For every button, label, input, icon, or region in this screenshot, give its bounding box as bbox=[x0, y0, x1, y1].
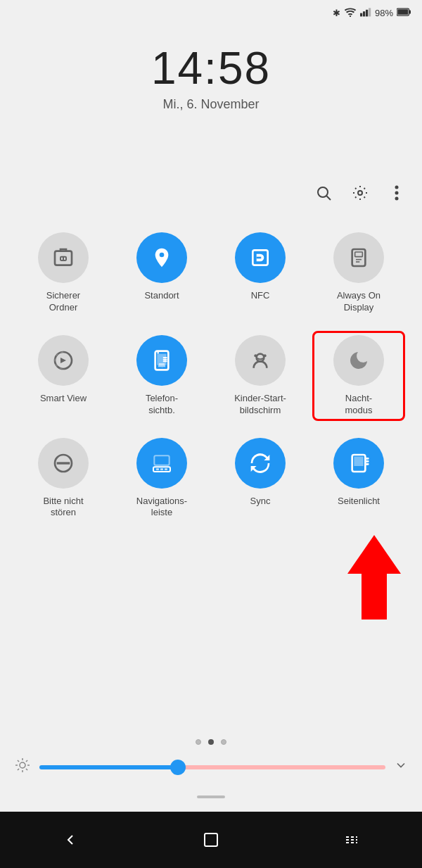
svg-point-17 bbox=[160, 253, 165, 258]
chevron-down-icon[interactable] bbox=[394, 758, 408, 776]
page-dot-2[interactable] bbox=[208, 739, 214, 745]
seitenlicht-icon bbox=[333, 438, 384, 489]
qs-item-smart-view[interactable]: Smart View bbox=[21, 335, 106, 417]
svg-point-29 bbox=[264, 354, 267, 357]
svg-rect-6 bbox=[409, 10, 411, 13]
navigationsleiste-icon bbox=[136, 438, 187, 489]
page-dot-3[interactable] bbox=[221, 739, 226, 745]
nacht-modus-label: Nacht-modus bbox=[345, 393, 372, 417]
time-date-area: 14:58 Mi., 6. November bbox=[0, 42, 422, 112]
svg-rect-7 bbox=[397, 9, 408, 15]
svg-rect-38 bbox=[354, 456, 363, 465]
brightness-icon bbox=[14, 757, 31, 777]
svg-point-8 bbox=[318, 187, 328, 197]
qs-row-2: Smart View Telefon-sichtb. Kinder-Start-… bbox=[14, 335, 408, 417]
standort-label: Standort bbox=[144, 290, 179, 302]
svg-rect-4 bbox=[369, 8, 371, 16]
svg-point-11 bbox=[395, 186, 399, 189]
qs-item-seitenlicht[interactable]: Seitenlicht bbox=[316, 438, 401, 520]
svg-point-10 bbox=[358, 191, 362, 195]
always-on-display-label: Always OnDisplay bbox=[337, 290, 381, 314]
svg-line-45 bbox=[26, 769, 27, 770]
svg-point-39 bbox=[20, 762, 25, 768]
qs-item-kinder-startbildschirm[interactable]: Kinder-Start-bildschirm bbox=[218, 335, 302, 417]
telefon-sichtb-label: Telefon-sichtb. bbox=[146, 393, 178, 417]
wifi-icon bbox=[344, 7, 357, 19]
back-button[interactable] bbox=[53, 822, 88, 857]
svg-rect-48 bbox=[205, 834, 217, 846]
qs-item-sync[interactable]: Sync bbox=[218, 438, 302, 520]
brightness-area bbox=[14, 757, 408, 777]
smart-view-icon bbox=[38, 335, 89, 386]
bluetooth-icon: ✱ bbox=[333, 8, 340, 18]
svg-point-13 bbox=[395, 197, 399, 201]
qs-row-3: Bitte nichtstören Navigations-leiste Syn… bbox=[14, 438, 408, 520]
settings-icon[interactable] bbox=[349, 182, 371, 204]
sync-label: Sync bbox=[250, 496, 271, 508]
nav-bar bbox=[0, 812, 422, 868]
status-bar: ✱ 98% bbox=[0, 0, 422, 25]
svg-line-47 bbox=[18, 769, 19, 770]
svg-point-0 bbox=[350, 15, 351, 16]
kinder-startbildschirm-icon bbox=[235, 335, 286, 386]
kinder-startbildschirm-label: Kinder-Start-bildschirm bbox=[234, 393, 286, 417]
date-display: Mi., 6. November bbox=[0, 97, 422, 112]
more-icon[interactable] bbox=[385, 182, 408, 204]
svg-line-44 bbox=[18, 760, 19, 762]
svg-point-12 bbox=[395, 191, 399, 195]
home-button[interactable] bbox=[193, 822, 229, 857]
nfc-label: NFC bbox=[251, 290, 270, 302]
qs-item-telefon-sichtb[interactable]: Telefon-sichtb. bbox=[120, 335, 204, 417]
time-display: 14:58 bbox=[0, 42, 422, 94]
brightness-thumb[interactable] bbox=[170, 760, 186, 775]
svg-line-46 bbox=[26, 760, 27, 762]
bottom-handle bbox=[0, 795, 422, 798]
svg-rect-36 bbox=[154, 455, 169, 465]
standort-icon bbox=[136, 232, 187, 283]
status-icons: ✱ 98% bbox=[333, 7, 411, 19]
svg-rect-33 bbox=[156, 468, 159, 470]
sync-icon bbox=[235, 438, 286, 489]
svg-rect-2 bbox=[363, 11, 365, 16]
qs-item-sicherer-ordner[interactable]: SichererOrdner bbox=[21, 232, 106, 314]
svg-rect-3 bbox=[366, 9, 368, 16]
svg-rect-21 bbox=[355, 252, 363, 257]
handle-bar bbox=[197, 795, 225, 798]
seitenlicht-label: Seitenlicht bbox=[338, 496, 380, 508]
signal-icon bbox=[360, 7, 371, 19]
smart-view-label: Smart View bbox=[40, 393, 87, 405]
page-dot-1[interactable] bbox=[196, 739, 201, 745]
bitte-nicht-storen-icon bbox=[38, 438, 89, 489]
qs-row-1: SichererOrdner Standort NFC Always OnDis… bbox=[14, 232, 408, 314]
navigationsleiste-label: Navigations-leiste bbox=[136, 496, 187, 520]
qs-item-standort[interactable]: Standort bbox=[120, 232, 204, 314]
page-indicators bbox=[0, 739, 422, 745]
sicherer-ordner-label: SichererOrdner bbox=[46, 290, 80, 314]
recents-button[interactable] bbox=[334, 822, 369, 857]
qs-item-always-on-display[interactable]: Always OnDisplay bbox=[316, 232, 401, 314]
battery-icon bbox=[397, 8, 411, 18]
svg-line-9 bbox=[327, 196, 331, 201]
quick-settings: SichererOrdner Standort NFC Always OnDis… bbox=[0, 232, 422, 540]
nacht-modus-icon bbox=[333, 335, 384, 386]
svg-point-27 bbox=[257, 353, 264, 361]
svg-rect-35 bbox=[165, 468, 167, 470]
qs-item-navigationsleiste[interactable]: Navigations-leiste bbox=[120, 438, 204, 520]
bitte-nicht-storen-label: Bitte nichtstören bbox=[43, 496, 83, 520]
nfc-icon bbox=[235, 232, 286, 283]
sicherer-ordner-icon bbox=[38, 232, 89, 283]
svg-rect-1 bbox=[360, 13, 362, 16]
telefon-sichtb-icon bbox=[136, 335, 187, 386]
battery-percentage: 98% bbox=[375, 8, 393, 18]
brightness-slider[interactable] bbox=[39, 765, 385, 769]
search-icon[interactable] bbox=[312, 182, 335, 204]
qs-item-bitte-nicht-storen[interactable]: Bitte nichtstören bbox=[21, 438, 106, 520]
toolbar bbox=[312, 182, 408, 204]
red-arrow bbox=[347, 535, 401, 619]
svg-point-28 bbox=[254, 354, 257, 357]
qs-item-nfc[interactable]: NFC bbox=[218, 232, 302, 314]
qs-item-nacht-modus[interactable]: Nacht-modus bbox=[316, 335, 401, 417]
svg-rect-34 bbox=[160, 468, 163, 470]
always-on-display-icon bbox=[333, 232, 384, 283]
